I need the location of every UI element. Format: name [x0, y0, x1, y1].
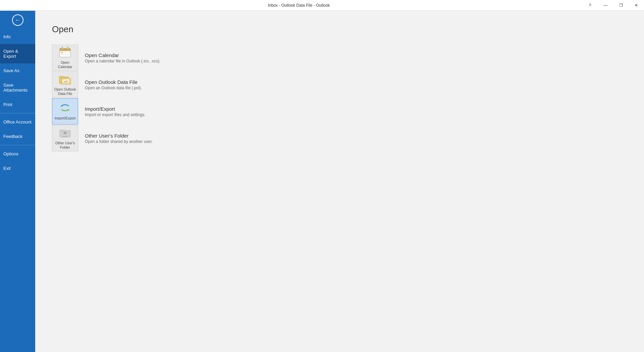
open-calendar-text: Open Calendar Open a calendar file in Ou…: [85, 52, 160, 63]
sidebar-item-open-export[interactable]: Open & Export: [0, 44, 35, 63]
close-button[interactable]: ✕: [629, 0, 644, 11]
back-button[interactable]: ←: [0, 11, 35, 30]
sidebar-item-options[interactable]: Options: [0, 147, 35, 161]
svg-rect-2: [62, 47, 63, 50]
open-calendar-label: OpenCalendar: [58, 60, 72, 69]
open-outlook-data-file-title: Open Outlook Data File: [85, 79, 142, 85]
option-open-calendar[interactable]: OpenCalendar Open Calendar Open a calend…: [52, 45, 627, 71]
option-open-outlook-data-file[interactable]: .pst Open OutlookData File Open Outlook …: [52, 71, 627, 98]
restore-button[interactable]: ❐: [613, 0, 629, 11]
back-icon: ←: [12, 14, 23, 26]
sidebar-item-save-attachments[interactable]: Save Attachments: [0, 78, 35, 97]
sidebar-item-feedback[interactable]: Feedback: [0, 129, 35, 144]
title-bar-controls: ? — ❐ ✕: [582, 0, 644, 11]
minimize-button[interactable]: —: [598, 0, 613, 11]
title-bar: Inbox - Outlook Data File - Outlook ? — …: [0, 0, 644, 11]
outlook-data-file-icon: .pst: [59, 73, 71, 87]
option-other-users-folder[interactable]: Other User'sFolder Other User's Folder O…: [52, 125, 627, 151]
svg-rect-20: [60, 130, 64, 131]
other-users-folder-label: Other User'sFolder: [55, 141, 75, 149]
svg-rect-14: [61, 78, 65, 79]
svg-rect-8: [61, 54, 63, 55]
option-import-export[interactable]: Import/Export Import/Export Import or ex…: [52, 98, 627, 124]
svg-rect-6: [64, 52, 66, 53]
sidebar-item-office-account[interactable]: Office Account: [0, 115, 35, 129]
other-users-folder-icon: [59, 127, 71, 140]
sidebar-divider-2: [0, 145, 35, 145]
import-export-icon-box[interactable]: Import/Export: [52, 98, 78, 124]
svg-rect-1: [60, 48, 70, 51]
calendar-icon: [59, 47, 71, 60]
open-outlook-data-file-icon-box[interactable]: .pst Open OutlookData File: [52, 71, 78, 98]
svg-point-21: [64, 132, 66, 134]
other-users-folder-text: Other User's Folder Open a folder shared…: [85, 133, 153, 144]
open-outlook-data-file-text: Open Outlook Data File Open an Outlook d…: [85, 79, 142, 90]
import-export-label: Import/Export: [54, 116, 75, 120]
svg-rect-10: [67, 54, 69, 55]
sidebar-item-info[interactable]: Info: [0, 30, 35, 44]
open-calendar-desc: Open a calendar file in Outlook (.ics, .…: [85, 59, 160, 63]
svg-text:.pst: .pst: [64, 80, 67, 83]
page-title: Open: [52, 24, 627, 35]
sidebar: ← Info Open & Export Save As Save Attach…: [0, 11, 35, 352]
other-users-folder-icon-box[interactable]: Other User'sFolder: [52, 125, 78, 151]
title-bar-text: Inbox - Outlook Data File - Outlook: [15, 3, 582, 8]
app-body: ← Info Open & Export Save As Save Attach…: [0, 11, 644, 352]
content-area: Open: [35, 11, 644, 352]
svg-rect-5: [61, 52, 63, 53]
open-outlook-data-file-desc: Open an Outlook data file (.pst).: [85, 86, 142, 90]
svg-rect-7: [67, 52, 69, 53]
other-users-folder-desc: Open a folder shared by another user.: [85, 139, 153, 144]
sidebar-divider-1: [0, 113, 35, 113]
open-calendar-icon-box[interactable]: OpenCalendar: [52, 45, 78, 71]
open-calendar-title: Open Calendar: [85, 52, 160, 58]
import-export-text: Import/Export Import or export files and…: [85, 106, 146, 117]
import-export-desc: Import or export files and settings.: [85, 112, 146, 117]
svg-rect-3: [67, 47, 68, 50]
sidebar-nav: Info Open & Export Save As Save Attachme…: [0, 30, 35, 352]
import-export-title: Import/Export: [85, 106, 146, 112]
sidebar-item-save-as[interactable]: Save As: [0, 63, 35, 78]
open-outlook-data-file-label: Open OutlookData File: [54, 87, 76, 96]
help-button[interactable]: ?: [582, 0, 598, 11]
svg-rect-9: [64, 54, 66, 55]
svg-rect-12: [59, 76, 63, 78]
import-export-icon: [59, 102, 71, 115]
other-users-folder-title: Other User's Folder: [85, 133, 153, 139]
sidebar-item-exit[interactable]: Exit: [0, 161, 35, 175]
sidebar-item-print[interactable]: Print: [0, 97, 35, 112]
options-list: OpenCalendar Open Calendar Open a calend…: [52, 45, 627, 151]
